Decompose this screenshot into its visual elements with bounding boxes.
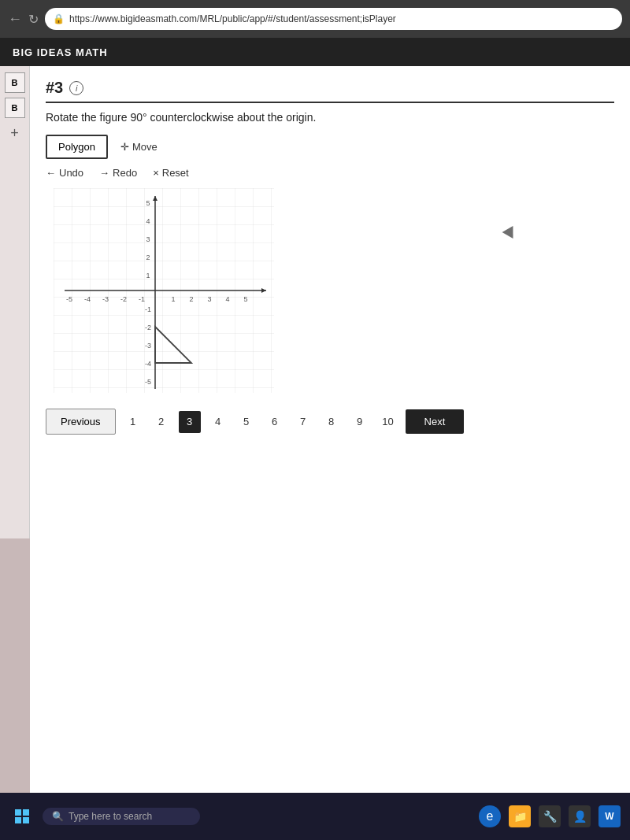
page-4[interactable]: 4 xyxy=(207,411,229,433)
svg-text:4: 4 xyxy=(146,217,150,225)
refresh-button[interactable]: ↻ xyxy=(28,12,39,27)
move-icon: ✛ xyxy=(120,141,129,153)
polygon-tool-button[interactable]: Polygon xyxy=(46,135,108,159)
redo-button[interactable]: → Redo xyxy=(99,167,137,179)
undo-label: Undo xyxy=(59,167,83,179)
file-explorer-icon[interactable]: 📁 xyxy=(509,805,531,827)
question-header: #3 i xyxy=(46,79,614,103)
page-2[interactable]: 2 xyxy=(150,411,172,433)
svg-text:1: 1 xyxy=(171,295,175,303)
edge-icon[interactable]: e xyxy=(479,805,501,827)
page-9[interactable]: 9 xyxy=(349,411,371,433)
svg-text:4: 4 xyxy=(225,295,229,303)
svg-text:3: 3 xyxy=(146,235,150,243)
page-1[interactable]: 1 xyxy=(122,411,144,433)
page-8[interactable]: 8 xyxy=(321,411,343,433)
previous-button[interactable]: Previous xyxy=(46,409,116,435)
page-3[interactable]: 3 xyxy=(179,411,201,433)
system-icon-1[interactable]: 🔧 xyxy=(539,805,561,827)
svg-text:3: 3 xyxy=(207,295,211,303)
svg-text:5: 5 xyxy=(243,295,247,303)
sidebar-item-b1[interactable]: B xyxy=(5,72,25,93)
search-bar[interactable]: 🔍 Type here to search xyxy=(43,808,200,825)
word-icon[interactable]: W xyxy=(598,805,621,827)
system-icon-2[interactable]: 👤 xyxy=(569,805,591,827)
browser-chrome: ← ↻ 🔒 https://www.bigideasmath.com/MRL/p… xyxy=(0,0,630,38)
sidebar-item-b2[interactable]: B xyxy=(5,98,25,118)
search-icon: 🔍 xyxy=(52,811,64,822)
svg-text:-2: -2 xyxy=(120,295,127,303)
page-6[interactable]: 6 xyxy=(264,411,286,433)
svg-text:-4: -4 xyxy=(84,295,91,303)
svg-text:-3: -3 xyxy=(102,295,109,303)
info-button[interactable]: i xyxy=(69,81,83,95)
question-text: Rotate the figure 90° counterclockwise a… xyxy=(46,111,614,124)
taskbar-system-icons: e 📁 🔧 👤 W xyxy=(479,805,621,827)
url-text: https://www.bigideasmath.com/MRL/public/… xyxy=(69,13,396,24)
svg-text:-1: -1 xyxy=(145,305,151,313)
start-button[interactable] xyxy=(9,804,35,829)
app-header: BIG IDEAS MATH xyxy=(0,38,630,66)
address-bar[interactable]: 🔒 https://www.bigideasmath.com/MRL/publi… xyxy=(45,8,622,30)
pagination: Previous 1 2 3 4 5 6 7 8 9 10 Next xyxy=(46,409,614,435)
next-button[interactable]: Next xyxy=(406,409,465,434)
svg-text:-2: -2 xyxy=(145,324,151,331)
move-tool-button[interactable]: ✛ Move xyxy=(120,141,158,153)
undo-button[interactable]: ← Undo xyxy=(46,167,83,179)
page-5[interactable]: 5 xyxy=(235,411,258,433)
secondary-toolbar: ← Undo → Redo × Reset xyxy=(46,167,614,179)
sidebar-plus-button[interactable]: + xyxy=(5,123,25,143)
lock-icon: 🔒 xyxy=(53,13,65,24)
svg-text:2: 2 xyxy=(189,295,193,303)
coordinate-plane[interactable]: -5 -4 -3 -2 -1 1 2 3 4 5 5 4 3 2 1 -1 -2… xyxy=(46,188,282,393)
svg-text:1: 1 xyxy=(146,272,150,279)
question-number: #3 xyxy=(46,79,63,97)
app-title: BIG IDEAS MATH xyxy=(13,46,108,58)
svg-text:-4: -4 xyxy=(145,360,151,368)
undo-icon: ← xyxy=(46,167,56,179)
svg-text:5: 5 xyxy=(146,199,150,207)
left-sidebar: B B + xyxy=(0,66,30,538)
taskbar: 🔍 Type here to search e 📁 🔧 👤 W xyxy=(0,793,630,840)
svg-text:-5: -5 xyxy=(66,295,72,303)
graph-area[interactable]: -5 -4 -3 -2 -1 1 2 3 4 5 5 4 3 2 1 -1 -2… xyxy=(46,188,282,393)
svg-text:-5: -5 xyxy=(145,378,151,386)
search-placeholder: Type here to search xyxy=(69,811,152,822)
redo-label: Redo xyxy=(113,167,137,179)
svg-text:-3: -3 xyxy=(145,342,151,350)
main-content: #3 i Rotate the figure 90° counterclockw… xyxy=(30,66,630,793)
page-10[interactable]: 10 xyxy=(377,411,399,433)
reset-button[interactable]: × Reset xyxy=(153,167,189,179)
windows-icon xyxy=(15,809,29,823)
reset-icon: × xyxy=(153,167,159,179)
page-7[interactable]: 7 xyxy=(292,411,314,433)
svg-text:2: 2 xyxy=(146,253,150,261)
redo-icon: → xyxy=(99,167,109,179)
main-toolbar: Polygon ✛ Move xyxy=(46,135,614,159)
back-button[interactable]: ← xyxy=(8,11,22,28)
svg-text:-1: -1 xyxy=(139,295,145,303)
reset-label: Reset xyxy=(162,167,189,179)
move-label: Move xyxy=(132,141,158,153)
